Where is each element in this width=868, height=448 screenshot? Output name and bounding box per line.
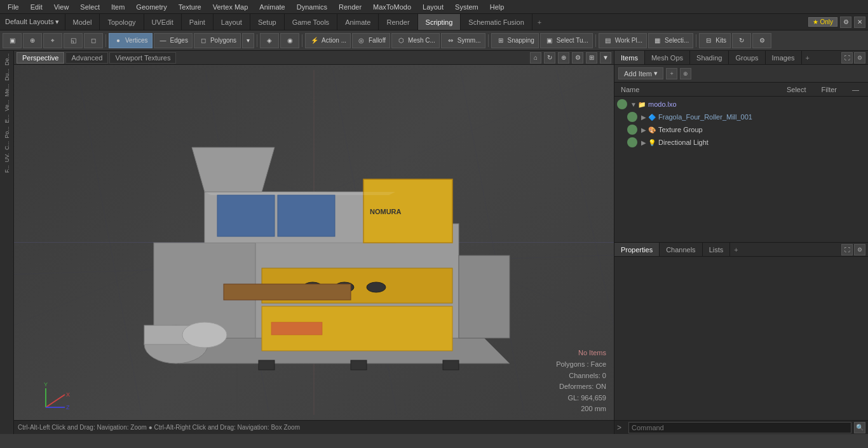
tool-selecti[interactable]: ▦ Selecti... [648, 33, 693, 48]
tool-poly-dropdown[interactable]: ▾ [242, 33, 254, 48]
tool-item1[interactable]: ◈ [260, 33, 279, 48]
sidebar-item-de[interactable]: De... [3, 52, 11, 67]
sidebar-item-me[interactable]: Me... [3, 83, 11, 98]
menu-help[interactable]: Help [485, 2, 510, 12]
items-copy-icon[interactable]: ⊕ [680, 68, 691, 79]
menu-animate[interactable]: Animate [254, 2, 290, 12]
tab-setup[interactable]: Setup [250, 14, 285, 30]
tool-item2[interactable]: ◉ [280, 33, 299, 48]
panel-tab-items[interactable]: Items [614, 51, 645, 64]
tab-add[interactable]: + [532, 14, 546, 30]
tab-uvedit[interactable]: UVEdit [144, 14, 182, 30]
tool-circle[interactable]: ⊕ [23, 33, 42, 48]
items-add-icon[interactable]: + [666, 68, 677, 79]
vp-rotate-button[interactable]: ↻ [544, 52, 555, 64]
props-expand-icon[interactable]: ⛶ [841, 244, 853, 255]
props-tab-lists[interactable]: Lists [703, 243, 731, 256]
item-visibility-fragola[interactable] [627, 112, 637, 122]
menu-texture[interactable]: Texture [173, 2, 207, 12]
layout-settings-button[interactable]: ⚙ [840, 17, 851, 28]
item-visibility-modo-lxo[interactable] [617, 99, 627, 109]
list-item[interactable]: ▶ 💡 Directional Light [614, 136, 868, 149]
tab-animate[interactable]: Animate [337, 14, 379, 30]
tab-layout[interactable]: Layout [214, 14, 250, 30]
col-filter-header[interactable]: Filter [817, 86, 842, 93]
vp-settings-button[interactable]: ▼ [600, 52, 611, 64]
tab-model[interactable]: Model [65, 14, 100, 30]
tab-render[interactable]: Render [379, 14, 417, 30]
item-expand-texture[interactable]: ▶ [640, 126, 648, 133]
viewport-3d[interactable]: NOMURA No Items Polygons : Face Channels… [14, 65, 614, 420]
menu-view[interactable]: View [49, 2, 74, 12]
tab-paint[interactable]: Paint [182, 14, 214, 30]
tool-mesh-c[interactable]: ⬡ Mesh C... [391, 33, 440, 48]
sidebar-item-c[interactable]: C... [3, 140, 11, 151]
item-expand-light[interactable]: ▶ [640, 139, 648, 146]
item-expand-fragola[interactable]: ▶ [640, 113, 648, 121]
star-only-button[interactable]: ★ Only [808, 17, 837, 27]
sidebar-item-ve[interactable]: Ve... [3, 98, 11, 112]
vp-tab-viewport-textures[interactable]: Viewport Textures [109, 52, 176, 64]
menu-dynamics[interactable]: Dynamics [292, 2, 332, 12]
menu-item[interactable]: Item [106, 2, 130, 12]
vp-home-button[interactable]: ⌂ [530, 52, 541, 64]
panel-tab-images[interactable]: Images [766, 51, 802, 64]
tool-symm[interactable]: ⇔ Symm... [441, 33, 485, 48]
tab-game-tools[interactable]: Game Tools [285, 14, 338, 30]
panel-tab-groups[interactable]: Groups [729, 51, 765, 64]
command-input[interactable] [628, 422, 851, 433]
col-minus-icon[interactable]: — [847, 86, 864, 93]
props-tab-properties[interactable]: Properties [614, 243, 660, 256]
props-tab-channels[interactable]: Channels [660, 243, 702, 256]
menu-edit[interactable]: Edit [25, 2, 48, 12]
tool-rect2[interactable]: ◻ [84, 33, 103, 48]
vp-tab-advanced[interactable]: Advanced [65, 52, 108, 64]
tool-target[interactable]: ⌖ [43, 33, 62, 48]
menu-render[interactable]: Render [334, 2, 367, 12]
tool-action[interactable]: ⚡ Action ... [305, 33, 351, 48]
list-item[interactable]: ▼ 📁 modo.lxo [614, 98, 868, 111]
sidebar-item-e[interactable]: E... [3, 113, 11, 125]
panel-settings-icon[interactable]: ⚙ [854, 52, 865, 64]
tool-vertices[interactable]: ● Vertices [109, 33, 153, 48]
menu-geometry[interactable]: Geometry [131, 2, 172, 12]
sidebar-item-du[interactable]: Du... [3, 67, 11, 82]
item-visibility-light[interactable] [627, 137, 637, 147]
menu-select[interactable]: Select [75, 2, 105, 12]
menu-file[interactable]: File [3, 2, 24, 12]
command-search-button[interactable]: 🔍 [854, 422, 865, 433]
props-tab-add[interactable]: + [730, 246, 742, 254]
tool-new[interactable]: ▣ [3, 33, 22, 48]
tab-topology[interactable]: Topology [100, 14, 144, 30]
tool-snapping[interactable]: ⊞ Snapping [491, 33, 539, 48]
default-layouts-dropdown[interactable]: Default Layouts ▾ [0, 14, 65, 30]
tool-work-pl[interactable]: ▤ Work Pl... [599, 33, 647, 48]
vp-more-button[interactable]: ⚙ [572, 52, 583, 64]
tool-rotate[interactable]: ↻ [732, 33, 751, 48]
vp-zoom-button[interactable]: ⊕ [558, 52, 569, 64]
props-settings-icon[interactable]: ⚙ [854, 244, 865, 255]
tool-settings[interactable]: ⚙ [752, 33, 771, 48]
vp-lock-button[interactable]: ⊞ [586, 52, 597, 64]
item-expand-modo-lxo[interactable]: ▼ [630, 100, 637, 108]
panel-expand-icon[interactable]: ⛶ [841, 52, 853, 64]
tool-select-tu[interactable]: ▣ Select Tu... [540, 33, 593, 48]
tab-schematic-fusion[interactable]: Schematic Fusion [461, 14, 532, 30]
list-item[interactable]: ▶ 🎨 Texture Group [614, 123, 868, 136]
menu-layout[interactable]: Layout [417, 2, 449, 12]
panel-tab-mesh-ops[interactable]: Mesh Ops [645, 51, 690, 64]
menu-maxtomodo[interactable]: MaxToModo [368, 2, 416, 12]
sidebar-item-po[interactable]: Po... [3, 125, 11, 140]
vp-tab-perspective[interactable]: Perspective [17, 52, 64, 64]
layout-close-button[interactable]: ✕ [854, 17, 865, 28]
col-select-header[interactable]: Select [782, 86, 811, 93]
item-visibility-texture[interactable] [627, 125, 637, 135]
tab-scripting[interactable]: Scripting [418, 14, 461, 30]
panel-tab-add[interactable]: + [802, 51, 813, 64]
panel-tab-shading[interactable]: Shading [690, 51, 729, 64]
list-item[interactable]: ▶ 🔷 Fragola_Four_Roller_Mill_001 [614, 111, 868, 123]
sidebar-item-f[interactable]: F... [3, 164, 11, 174]
tool-polygons[interactable]: ◻ Polygons [194, 33, 241, 48]
tool-kits[interactable]: ⊟ Kits [699, 33, 731, 48]
add-item-button[interactable]: Add Item ▾ [618, 67, 663, 79]
